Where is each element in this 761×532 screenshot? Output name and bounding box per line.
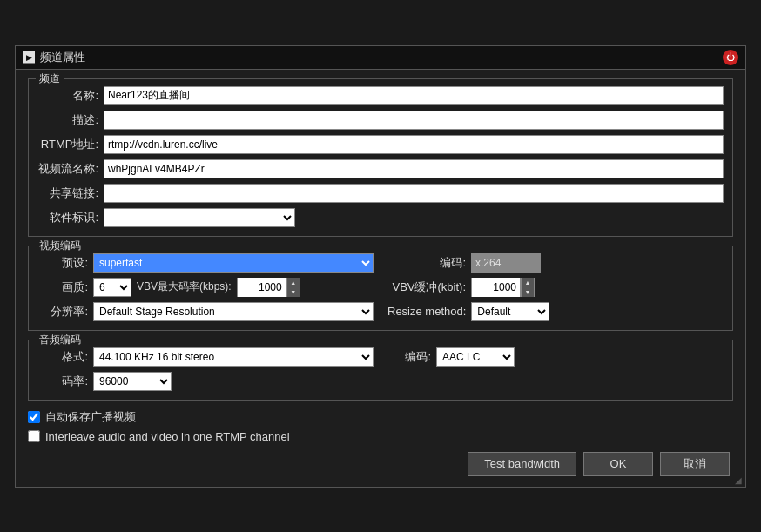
stream-row: 视频流名称: [37, 159, 724, 178]
auto-save-row: 自动保存广播视频 [28, 409, 733, 425]
share-row: 共享链接: [37, 184, 724, 203]
quality-select[interactable]: 6 12345 78910 [93, 278, 131, 297]
codec-input [471, 253, 541, 273]
audio-enc-right: 编码: AAC LC MP3 [387, 347, 724, 391]
share-input[interactable] [104, 184, 724, 203]
vbv-buf-up-btn[interactable]: ▲ [522, 278, 534, 287]
rtmp-row: RTMP地址: [37, 135, 724, 154]
video-enc-section: 视频编码 预设: superfast fast medium slow very… [28, 246, 733, 331]
codec-row: 编码: [387, 253, 724, 273]
interleave-label[interactable]: Interleave audio and video in one RTMP c… [45, 430, 290, 443]
desc-label: 描述: [37, 112, 98, 128]
audio-format-label: 格式: [37, 349, 88, 365]
vbv-max-label: VBV最大码率(kbps): [137, 279, 232, 294]
desc-row: 描述: [37, 111, 724, 130]
codec-label: 编码: [387, 255, 466, 271]
vbv-buf-label: VBV缓冲(kbit): [387, 279, 466, 295]
audio-codec-row: 编码: AAC LC MP3 [387, 347, 724, 367]
vbv-max-input[interactable] [238, 278, 286, 297]
software-row: 软件标识: [37, 208, 724, 227]
rtmp-label: RTMP地址: [37, 137, 98, 152]
auto-save-checkbox[interactable] [28, 411, 40, 423]
preset-select[interactable]: superfast fast medium slow veryfast ultr… [93, 253, 374, 273]
video-enc-right: 编码: VBV缓冲(kbit): ▲ ▼ [387, 253, 724, 321]
dialog-window: ▶ 频道属性 ⏻ 频道 名称: 描述: RTMP地址: 视频流名称: [15, 45, 746, 488]
res-label: 分辨率: [37, 304, 88, 320]
audio-codec-label: 编码: [387, 349, 431, 365]
dialog-body: 频道 名称: 描述: RTMP地址: 视频流名称: 共享链接: [16, 70, 745, 487]
audio-bitrate-select[interactable]: 96000 64000 128000 192000 256000 320000 [93, 372, 172, 391]
name-label: 名称: [37, 88, 98, 104]
desc-input[interactable] [104, 111, 724, 130]
video-enc-left: 预设: superfast fast medium slow veryfast … [37, 253, 374, 321]
dialog-title: 频道属性 [40, 50, 717, 65]
audio-codec-select[interactable]: AAC LC MP3 [436, 347, 515, 367]
name-input[interactable] [104, 86, 724, 105]
quality-label: 画质: [37, 279, 88, 295]
close-button[interactable]: ⏻ [723, 50, 738, 65]
software-label: 软件标识: [37, 210, 98, 226]
channel-section: 频道 名称: 描述: RTMP地址: 视频流名称: 共享链接: [28, 78, 733, 237]
button-row: Test bandwidth OK 取消 [28, 452, 733, 476]
title-bar: ▶ 频道属性 ⏻ [16, 46, 745, 70]
vbv-buf-down-btn[interactable]: ▼ [522, 287, 534, 297]
audio-format-select[interactable]: 44.100 KHz 16 bit stereo 48.000 KHz 16 b… [93, 347, 374, 367]
resize-select[interactable]: Default Bilinear Bicubic [471, 302, 549, 321]
rtmp-input[interactable] [104, 135, 724, 154]
vbv-buf-spinner: ▲ ▼ [471, 278, 535, 297]
cancel-button[interactable]: 取消 [660, 452, 730, 476]
video-enc-title: 视频编码 [36, 239, 84, 253]
audio-enc-section: 音频编码 格式: 44.100 KHz 16 bit stereo 48.000… [28, 340, 733, 401]
vbv-max-down-btn[interactable]: ▼ [287, 287, 300, 297]
channel-section-title: 频道 [36, 71, 64, 86]
quality-vbv-row: 画质: 6 12345 78910 VBV最大码率(kbps): ▲ ▼ [37, 278, 374, 297]
ok-button[interactable]: OK [583, 452, 653, 476]
audio-enc-title: 音频编码 [36, 333, 84, 347]
preset-label: 预设: [37, 255, 88, 271]
resize-handle[interactable]: ◢ [735, 475, 742, 485]
vbv-max-up-btn[interactable]: ▲ [287, 278, 300, 287]
vbv-max-spinner: ▲ ▼ [237, 278, 300, 297]
audio-enc-left: 格式: 44.100 KHz 16 bit stereo 48.000 KHz … [37, 347, 374, 391]
res-select[interactable]: Default Stage Resolution 1920x1080 1280x… [93, 302, 374, 321]
stream-label: 视频流名称: [37, 161, 98, 177]
stream-input[interactable] [104, 159, 724, 178]
name-row: 名称: [37, 86, 724, 105]
resize-row: Resize method: Default Bilinear Bicubic [387, 302, 724, 321]
preset-row: 预设: superfast fast medium slow veryfast … [37, 253, 374, 273]
resize-label: Resize method: [387, 305, 466, 318]
test-bandwidth-button[interactable]: Test bandwidth [468, 452, 576, 476]
res-row: 分辨率: Default Stage Resolution 1920x1080 … [37, 302, 374, 321]
vbv-buf-input[interactable] [472, 278, 521, 297]
app-icon: ▶ [23, 51, 35, 64]
audio-bitrate-row: 码率: 96000 64000 128000 192000 256000 320… [37, 372, 374, 391]
interleave-checkbox[interactable] [28, 430, 40, 442]
software-id-select[interactable] [104, 208, 295, 227]
vbv-buf-row: VBV缓冲(kbit): ▲ ▼ [387, 278, 724, 297]
interleave-row: Interleave audio and video in one RTMP c… [28, 430, 733, 443]
auto-save-label[interactable]: 自动保存广播视频 [45, 409, 136, 425]
audio-bitrate-label: 码率: [37, 374, 88, 389]
share-label: 共享链接: [37, 185, 98, 201]
audio-format-row: 格式: 44.100 KHz 16 bit stereo 48.000 KHz … [37, 347, 374, 367]
